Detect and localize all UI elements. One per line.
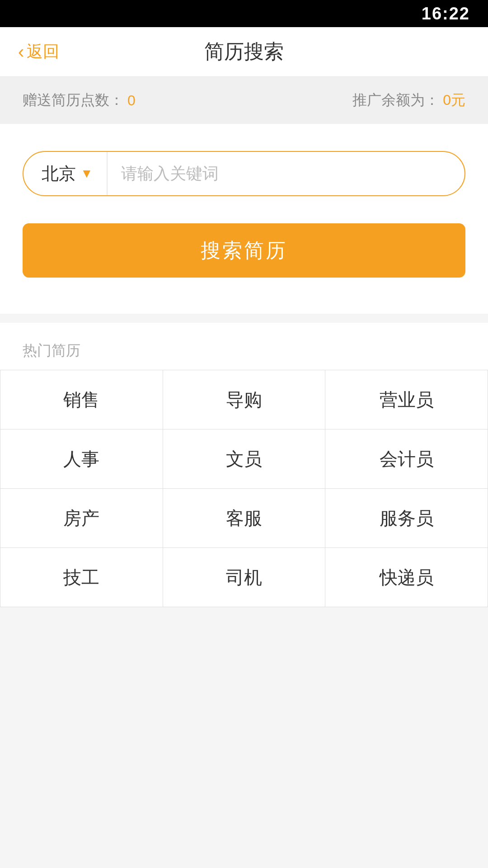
gift-points-value: 0 <box>127 92 136 109</box>
search-area: 北京 ▼ <box>0 124 488 223</box>
hot-cell-0-0[interactable]: 销售 <box>0 370 163 429</box>
search-input[interactable] <box>108 152 465 195</box>
hot-cell-3-1[interactable]: 司机 <box>163 548 326 607</box>
promo-balance-value: 0元 <box>443 90 465 110</box>
promo-balance-label: 推广余额为 <box>352 90 425 110</box>
gift-points-label: 赠送简历点数 <box>23 90 109 110</box>
city-selector[interactable]: 北京 ▼ <box>23 152 108 195</box>
back-button[interactable]: ‹ 返回 <box>18 41 59 63</box>
hot-section-title: 热门简历 <box>0 323 488 370</box>
hot-cell-3-0[interactable]: 技工 <box>0 548 163 607</box>
status-bar: 16:22 <box>0 0 488 27</box>
status-time: 16:22 <box>422 4 470 24</box>
gift-points-info: 赠送简历点数 ： 0 <box>23 90 136 110</box>
search-button-area: 搜索简历 <box>0 223 488 314</box>
back-chevron-icon: ‹ <box>18 42 24 62</box>
search-box: 北京 ▼ <box>23 151 465 196</box>
hot-cell-0-2[interactable]: 营业员 <box>325 370 488 429</box>
promo-balance-colon: ： <box>425 90 439 110</box>
header: ‹ 返回 简历搜索 <box>0 27 488 77</box>
hot-row: 销售导购营业员 <box>0 370 488 429</box>
hot-row: 人事文员会计员 <box>0 429 488 489</box>
search-resume-button[interactable]: 搜索简历 <box>23 223 465 278</box>
chevron-down-icon: ▼ <box>80 166 93 181</box>
hot-cell-1-2[interactable]: 会计员 <box>325 429 488 488</box>
hot-cell-0-1[interactable]: 导购 <box>163 370 326 429</box>
hot-cell-1-1[interactable]: 文员 <box>163 429 326 488</box>
info-bar: 赠送简历点数 ： 0 推广余额为 ： 0元 <box>0 77 488 124</box>
hot-row: 房产客服服务员 <box>0 489 488 548</box>
hot-row: 技工司机快递员 <box>0 548 488 607</box>
page-title: 简历搜索 <box>204 38 284 65</box>
city-name: 北京 <box>42 162 76 185</box>
hot-cell-1-0[interactable]: 人事 <box>0 429 163 488</box>
hot-cell-2-2[interactable]: 服务员 <box>325 489 488 547</box>
promo-balance-info: 推广余额为 ： 0元 <box>352 90 465 110</box>
hot-cell-2-0[interactable]: 房产 <box>0 489 163 547</box>
back-label: 返回 <box>27 41 59 63</box>
hot-cell-2-1[interactable]: 客服 <box>163 489 326 547</box>
hot-section: 热门简历 销售导购营业员人事文员会计员房产客服服务员技工司机快递员 <box>0 323 488 607</box>
gift-points-colon: ： <box>109 90 124 110</box>
hot-cell-3-2[interactable]: 快递员 <box>325 548 488 607</box>
hot-grid: 销售导购营业员人事文员会计员房产客服服务员技工司机快递员 <box>0 370 488 607</box>
